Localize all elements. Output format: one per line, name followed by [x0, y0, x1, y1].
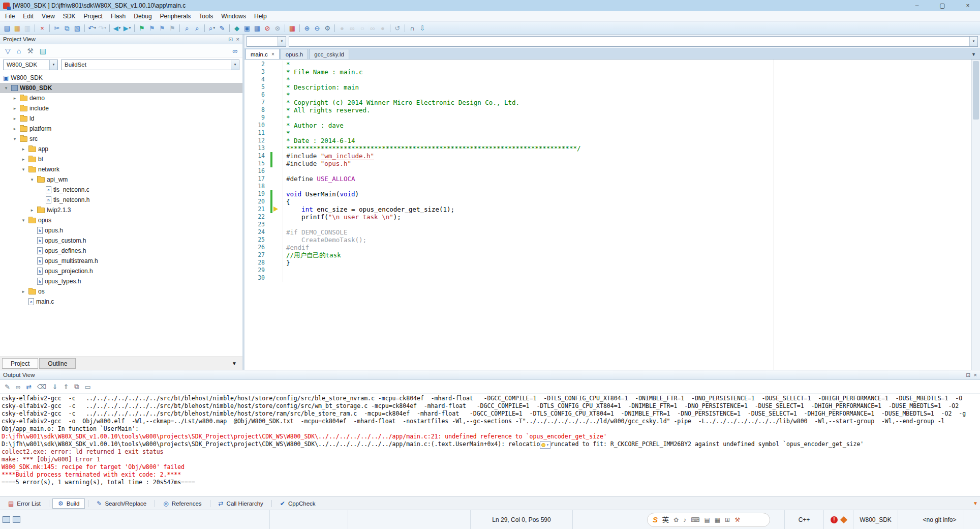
buildset-select[interactable]: BuildSet ▾	[61, 60, 239, 70]
ime-clipboard-icon[interactable]: ▤	[704, 516, 710, 523]
prev-bookmark-button[interactable]: ⚑	[147, 23, 157, 34]
code-line-22[interactable]: 22 printf("\n user task \n");	[244, 213, 980, 221]
new-file-button[interactable]: ▤	[2, 23, 12, 34]
tree-item-src[interactable]: ▾src	[0, 134, 242, 144]
paste-button[interactable]: ▧	[72, 23, 82, 34]
panel-tab-error-list[interactable]: ▤Error List	[3, 498, 46, 509]
menu-peripherals[interactable]: Peripherals	[156, 12, 195, 21]
close-file-button[interactable]: ×	[37, 23, 47, 34]
dropdown-arrow-icon[interactable]: ▾	[129, 26, 131, 30]
menu-debug[interactable]: Debug	[130, 12, 156, 21]
output-line-3[interactable]: csky-elfabiv2-gcc -c ../../../../../../.…	[2, 410, 980, 418]
next-bookmark-button[interactable]: ⚑	[157, 23, 167, 34]
pin-output-icon[interactable]: ✎	[5, 383, 10, 391]
output-line-8[interactable]: collect2.exe: error: ld returned 1 exit …	[2, 448, 980, 456]
menu-windows[interactable]: Windows	[217, 12, 250, 21]
code-line-9[interactable]: 9*	[244, 114, 980, 122]
tree-item-tls_netconn.c[interactable]: ctls_netconn.c	[0, 185, 242, 195]
link-editor-icon[interactable]: ∞	[232, 47, 237, 55]
import-log-icon[interactable]: ⇓	[52, 383, 57, 391]
editor-scrollbar[interactable]	[971, 60, 980, 370]
code-line-10[interactable]: 10* Author : dave	[244, 122, 980, 129]
editor-settings-button[interactable]: ⚙	[322, 23, 332, 34]
code-line-27[interactable]: 27//用户自己的task	[244, 251, 980, 259]
tree-item-app[interactable]: ▸app	[0, 144, 242, 154]
output-line-4[interactable]: csky-elfabiv2-gcc -o Obj/w800.elf -Wl,--…	[2, 418, 980, 425]
package-icon[interactable]: ▤	[40, 47, 46, 55]
code-line-12[interactable]: 12* Date : 2014-6-14	[244, 137, 980, 144]
clear-output-icon[interactable]: ⌫	[37, 383, 46, 391]
flash-download-button[interactable]: ▦	[252, 23, 262, 34]
code-line-24[interactable]: 24#if DEMO_CONSOLE	[244, 228, 980, 236]
search-button[interactable]: ⌕	[182, 23, 192, 34]
toggle-bookmark-button[interactable]: ⚑	[137, 23, 147, 34]
rebuild-button[interactable]: ▣	[242, 23, 252, 34]
tree-item-opus_projection.h[interactable]: hopus_projection.h	[0, 266, 242, 276]
tab-list-dropdown-icon[interactable]: ▼	[971, 52, 979, 59]
cut-button[interactable]: ✂	[52, 23, 62, 34]
tree-item-os[interactable]: ▸os	[0, 286, 242, 297]
serial-monitor-button[interactable]: ∩	[407, 23, 417, 34]
tree-item-opus[interactable]: ▾opus	[0, 215, 242, 225]
target-select[interactable]: W800_SDK ▾	[3, 60, 58, 70]
code-line-23[interactable]: 23	[244, 221, 980, 228]
chevron-expanded-icon[interactable]: ▾	[20, 167, 26, 172]
chevron-expanded-icon[interactable]: ▾	[12, 136, 18, 141]
navigate-back-button[interactable]: ◀▾	[112, 23, 122, 34]
error-indicator-icon[interactable]: !	[831, 516, 838, 523]
tree-item-network[interactable]: ▾network	[0, 164, 242, 174]
build-button[interactable]: ◆	[232, 23, 242, 34]
code-line-11[interactable]: 11*	[244, 129, 980, 137]
editor-tab-main.c[interactable]: main.c×	[246, 49, 280, 59]
code-line-7[interactable]: 7* Copyright (c) 2014 Winner Micro Elect…	[244, 99, 980, 106]
tree-item-api_wm[interactable]: ▾api_wm	[0, 174, 242, 185]
output-line-1[interactable]: csky-elfabiv2-gcc -c ../../../../../../.…	[2, 395, 980, 402]
tree-item-opus_defines.h[interactable]: hopus_defines.h	[0, 246, 242, 256]
output-line-12[interactable]: ====5 error(s), 1 warning(s), total time…	[2, 479, 980, 486]
word-wrap-icon[interactable]: ⇄	[26, 383, 32, 391]
menu-edit[interactable]: Edit	[19, 12, 38, 21]
copy-output-icon[interactable]: ⧉	[74, 383, 79, 391]
copy-button[interactable]: ⧉	[62, 23, 72, 34]
output-line-11[interactable]: ****Build process terminated with exit c…	[2, 471, 980, 479]
undo-button[interactable]: ↶▾	[87, 23, 97, 34]
chevron-collapsed-icon[interactable]: ▸	[29, 208, 35, 213]
code-line-8[interactable]: 8* All rights reserved.	[244, 106, 980, 114]
panel-tab-references[interactable]: ◎References	[158, 498, 206, 509]
output-line-7[interactable]: D:\jfh\w801\sdk\W80X_SDK_v1.00.10\tools\…	[2, 440, 980, 448]
cancel-build-button[interactable]: ⊗	[272, 23, 283, 34]
tree-item-include[interactable]: ▸include	[0, 103, 242, 113]
dropdown-arrow-icon[interactable]: ▾	[119, 26, 121, 30]
code-line-19[interactable]: 19void UserMain(void)	[244, 190, 980, 198]
panel-tab-search-replace[interactable]: ✎Search/Replace	[91, 498, 151, 509]
tree-item-W800_SDK[interactable]: ▾W800_SDK	[0, 83, 242, 93]
output-line-2[interactable]: csky-elfabiv2-gcc -c ../../../../../../.…	[2, 402, 980, 410]
tree-item-platform[interactable]: ▸platform	[0, 124, 242, 134]
output-line-9[interactable]: make: *** [Obj/w800] Error 1	[2, 456, 980, 463]
output-line-5[interactable]: Obj/app_main.o: In function `UserMain':	[2, 425, 980, 433]
tree-item-opus_multistream.h[interactable]: hopus_multistream.h	[0, 256, 242, 266]
code-line-15[interactable]: 15#include "opus.h"	[244, 160, 980, 167]
chevron-expanded-icon[interactable]: ▾	[3, 85, 9, 91]
quick-fix-hint[interactable]: ▾	[540, 441, 550, 449]
code-line-20[interactable]: 20{	[244, 198, 980, 205]
chevron-collapsed-icon[interactable]: ▸	[20, 146, 26, 152]
find-symbol-button[interactable]: ⌕▾	[207, 23, 217, 34]
tree-item-opus.h[interactable]: hopus.h	[0, 225, 242, 236]
ime-language-label[interactable]: 英	[662, 515, 669, 524]
code-line-25[interactable]: 25 CreateDemoTask();	[244, 236, 980, 244]
tree-item-lwip2.1.3[interactable]: ▸lwip2.1.3	[0, 205, 242, 215]
tree-root-W800_SDK[interactable]: ▣W800_SDK	[0, 73, 242, 83]
close-panel-icon[interactable]: ×	[974, 372, 977, 378]
build-output-log[interactable]: ▾ csky-elfabiv2-gcc -c ../../../../../..…	[0, 394, 980, 496]
menu-project[interactable]: Project	[80, 12, 107, 21]
dropdown-arrow-icon[interactable]: ▾	[213, 26, 215, 30]
ime-toolbar[interactable]: S 英 ✿♪⌨▤▦⊞⚒	[647, 513, 770, 527]
code-line-18[interactable]: 18	[244, 183, 980, 190]
panel-scroll-down-icon[interactable]: ▼	[973, 501, 978, 506]
code-line-3[interactable]: 3* File Name : main.c	[244, 68, 980, 76]
editor-tab-opus.h[interactable]: opus.h	[281, 49, 309, 59]
chevron-collapsed-icon[interactable]: ▸	[12, 116, 18, 121]
menu-view[interactable]: View	[38, 12, 59, 21]
clear-all-icon[interactable]: ▭	[85, 383, 91, 391]
